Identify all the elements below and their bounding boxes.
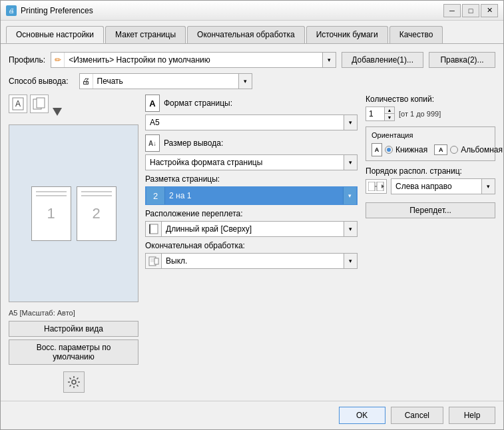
svg-rect-13 bbox=[368, 182, 375, 191]
copies-up-button[interactable]: ▲ bbox=[385, 107, 394, 114]
copies-down-button[interactable]: ▼ bbox=[385, 114, 394, 120]
order-direction-icon bbox=[366, 179, 387, 194]
window-controls: ─ □ ✕ bbox=[443, 4, 498, 17]
profile-label: Профиль: bbox=[9, 55, 45, 65]
format-column: A Формат страницы: A5 ▾ bbox=[145, 95, 358, 269]
page-format-label: Формат страницы: bbox=[164, 99, 232, 108]
pages-icon-button[interactable] bbox=[30, 95, 49, 113]
page-format-icon: A bbox=[145, 95, 160, 112]
ok-button[interactable]: OK bbox=[339, 407, 385, 424]
layout-num: 2 bbox=[146, 187, 165, 204]
page-layout-group: Разметка страницы: 2 2 на 1 ▾ bbox=[145, 174, 358, 205]
view-settings-button[interactable]: Настройки вида bbox=[9, 321, 138, 337]
portrait-radio-fill bbox=[387, 148, 391, 152]
main-content-row: A bbox=[9, 95, 495, 393]
finishing-select[interactable]: Выкл. ▾ bbox=[145, 253, 358, 269]
tab-basic[interactable]: Основные настройки bbox=[6, 26, 104, 43]
down-arrow-icon bbox=[53, 108, 62, 118]
copies-input-wrapper: 1 ▲ ▼ bbox=[366, 107, 395, 121]
landscape-icon: A bbox=[434, 144, 447, 155]
tab-quality[interactable]: Качество bbox=[389, 26, 443, 43]
svg-rect-6 bbox=[150, 224, 158, 234]
close-button[interactable]: ✕ bbox=[481, 4, 498, 17]
profile-value: <Изменить> Настройки по умолчанию bbox=[65, 55, 322, 65]
page-format-group: A Формат страницы: A5 ▾ bbox=[145, 95, 358, 130]
portrait-radio[interactable] bbox=[385, 146, 393, 154]
help-button[interactable]: Help bbox=[449, 407, 495, 424]
maximize-button[interactable]: □ bbox=[462, 4, 479, 17]
edit-profile-button[interactable]: Правка(2)... bbox=[429, 52, 495, 68]
tab-layout[interactable]: Макет страницы bbox=[105, 26, 186, 43]
minimize-button[interactable]: ─ bbox=[443, 4, 461, 17]
output-method-row: Способ вывода: 🖨 Печать ▾ bbox=[9, 73, 495, 89]
output-size-icon: A↓ bbox=[145, 134, 160, 152]
preview-icons-row: A bbox=[9, 95, 138, 118]
page-order-group: Порядок распол. страниц: bbox=[366, 166, 495, 194]
tabs-row: Основные настройки Макет страницы Оконча… bbox=[1, 21, 503, 44]
tab-finishing[interactable]: Окончательная обработка bbox=[187, 26, 305, 43]
settings-icon-button[interactable] bbox=[63, 371, 85, 393]
finishing-icon bbox=[146, 254, 162, 268]
window-icon: 🖨 bbox=[6, 5, 17, 16]
output-label: Способ вывода: bbox=[9, 77, 69, 86]
svg-marker-4 bbox=[53, 108, 62, 116]
footer: OK Cancel Help bbox=[1, 401, 503, 429]
printing-preferences-window: 🖨 Printing Preferences ─ □ ✕ Основные на… bbox=[0, 0, 504, 430]
page-order-label: Порядок распол. страниц: bbox=[366, 166, 495, 176]
portrait-label: Книжная bbox=[395, 145, 427, 154]
binding-select[interactable]: Длинный край [Сверху] ▾ bbox=[145, 221, 358, 237]
reset-button[interactable]: Восс. параметры по умолчанию bbox=[9, 339, 138, 365]
copies-value: 1 bbox=[366, 109, 384, 118]
orientation-label: Ориентация bbox=[372, 131, 489, 139]
action-buttons: Настройки вида Восс. параметры по умолча… bbox=[9, 321, 138, 365]
output-printer-icon: 🖨 bbox=[80, 74, 93, 89]
page-preview: 1 2 bbox=[9, 124, 138, 302]
orientation-box: Ориентация A Книжная bbox=[366, 126, 495, 161]
profile-pencil-icon: ✏ bbox=[51, 53, 65, 67]
booklet-button[interactable]: Перепдет... bbox=[366, 202, 495, 218]
booklet-section: Перепдет... bbox=[366, 202, 495, 218]
layout-icon-button[interactable]: A bbox=[9, 95, 27, 113]
layout-value: 2 на 1 bbox=[165, 191, 343, 200]
status-label: A5 [Масштаб: Авто] bbox=[9, 309, 138, 317]
output-size-label: Размер вывода: bbox=[164, 138, 223, 148]
add-profile-button[interactable]: Добавление(1)... bbox=[342, 52, 423, 68]
svg-text:A: A bbox=[15, 99, 21, 108]
landscape-radio[interactable] bbox=[450, 146, 458, 154]
title-bar: 🖨 Printing Preferences ─ □ ✕ bbox=[1, 1, 503, 21]
svg-rect-3 bbox=[37, 98, 45, 108]
finishing-label: Окончательная обработка: bbox=[145, 241, 358, 250]
binding-icon bbox=[146, 222, 162, 236]
output-size-select[interactable]: Настройка формата страницы ▾ bbox=[145, 154, 358, 170]
copies-group: Количество копий: 1 ▲ ▼ [от 1 до 999] bbox=[366, 95, 495, 121]
portrait-option[interactable]: A Книжная bbox=[372, 143, 427, 156]
output-value: Печать bbox=[93, 77, 238, 86]
binding-label: Расположение переплета: bbox=[145, 209, 358, 218]
output-dropdown-arrow[interactable]: ▾ bbox=[238, 74, 252, 89]
binding-group: Расположение переплета: Длинный край [Св… bbox=[145, 209, 358, 237]
landscape-option[interactable]: A Альбомная bbox=[434, 144, 503, 155]
copies-range: [от 1 до 999] bbox=[399, 110, 441, 118]
preview-page-1: 1 bbox=[31, 186, 71, 241]
orientation-options: A Книжная A Альбомная bbox=[372, 143, 489, 156]
output-size-group: A↓ Размер вывода: Настройка формата стра… bbox=[145, 134, 358, 170]
landscape-label: Альбомная bbox=[461, 145, 503, 154]
cancel-button[interactable]: Cancel bbox=[391, 407, 443, 424]
right-settings-column: Количество копий: 1 ▲ ▼ [от 1 до 999] bbox=[366, 95, 495, 218]
copies-spinbox: ▲ ▼ bbox=[384, 107, 394, 120]
svg-rect-12 bbox=[154, 258, 158, 264]
right-panel: A Формат страницы: A5 ▾ bbox=[145, 95, 495, 393]
page-format-select[interactable]: A5 ▾ bbox=[145, 114, 358, 130]
page-layout-select[interactable]: 2 2 на 1 ▾ bbox=[145, 186, 358, 205]
tab-paper[interactable]: Источник бумаги bbox=[306, 26, 388, 43]
icon-btn-row bbox=[9, 371, 138, 393]
page-order-select[interactable]: Слева направо ▾ bbox=[391, 178, 495, 194]
profile-row: Профиль: ✏ <Изменить> Настройки по умолч… bbox=[9, 52, 495, 68]
profile-dropdown-arrow[interactable]: ▾ bbox=[322, 53, 336, 67]
left-panel: A bbox=[9, 95, 138, 393]
content-area: Профиль: ✏ <Изменить> Настройки по умолч… bbox=[1, 44, 503, 401]
copies-label: Количество копий: bbox=[366, 95, 495, 104]
copies-orientation-section: A Формат страницы: A5 ▾ bbox=[145, 95, 495, 269]
finishing-group: Окончательная обработка: bbox=[145, 241, 358, 269]
preview-pages-container: 1 2 bbox=[31, 186, 117, 241]
